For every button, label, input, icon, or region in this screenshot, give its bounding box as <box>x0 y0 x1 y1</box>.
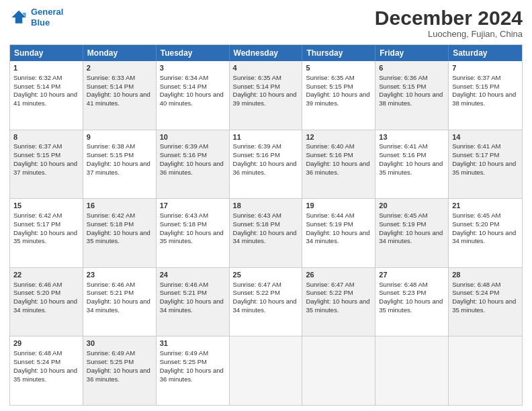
sunset-text: Sunset: 5:15 PM <box>87 151 134 158</box>
logo-icon <box>9 8 28 27</box>
sunset-text: Sunset: 5:25 PM <box>160 358 207 365</box>
calendar-cell: 23Sunrise: 6:46 AMSunset: 5:21 PMDayligh… <box>83 268 157 336</box>
day-number: 13 <box>379 132 445 142</box>
logo-line2: Blue <box>31 17 50 28</box>
daylight-text: Daylight: 10 hours and 35 minutes. <box>87 229 150 245</box>
day-number: 22 <box>13 270 79 280</box>
sunset-text: Sunset: 5:15 PM <box>379 83 426 90</box>
daylight-text: Daylight: 10 hours and 35 minutes. <box>13 367 77 383</box>
sunrise-text: Sunrise: 6:39 AM <box>160 142 208 150</box>
sunrise-text: Sunrise: 6:43 AM <box>160 212 208 219</box>
sunset-text: Sunset: 5:18 PM <box>160 220 207 228</box>
sunset-text: Sunset: 5:20 PM <box>452 220 499 228</box>
sunrise-text: Sunrise: 6:37 AM <box>13 142 62 150</box>
sunset-text: Sunset: 5:22 PM <box>306 289 353 296</box>
sunset-text: Sunset: 5:19 PM <box>379 220 426 228</box>
sunrise-text: Sunrise: 6:38 AM <box>87 142 135 150</box>
sunset-text: Sunset: 5:16 PM <box>233 151 280 158</box>
day-number: 23 <box>87 270 152 280</box>
day-number: 3 <box>160 63 226 73</box>
daylight-text: Daylight: 10 hours and 39 minutes. <box>233 91 297 107</box>
sunrise-text: Sunrise: 6:45 AM <box>452 212 500 219</box>
header-day-friday: Friday <box>375 45 449 61</box>
day-number: 12 <box>306 132 371 142</box>
sunset-text: Sunset: 5:22 PM <box>233 289 280 296</box>
sunset-text: Sunset: 5:14 PM <box>233 83 280 90</box>
sunrise-text: Sunrise: 6:35 AM <box>233 74 281 81</box>
sunset-text: Sunset: 5:20 PM <box>13 289 60 296</box>
calendar-cell: 24Sunrise: 6:46 AMSunset: 5:21 PMDayligh… <box>157 268 230 336</box>
day-number: 8 <box>13 132 79 142</box>
sunrise-text: Sunrise: 6:46 AM <box>13 281 62 288</box>
logo-text: General Blue <box>31 7 63 28</box>
calendar-cell: 16Sunrise: 6:42 AMSunset: 5:18 PMDayligh… <box>83 199 157 267</box>
title-block: December 2024 Luocheng, Fujian, China <box>375 7 523 39</box>
calendar-cell: 29Sunrise: 6:48 AMSunset: 5:24 PMDayligh… <box>10 336 83 405</box>
calendar-cell <box>375 336 449 405</box>
calendar-cell: 28Sunrise: 6:48 AMSunset: 5:24 PMDayligh… <box>449 268 522 336</box>
sunrise-text: Sunrise: 6:45 AM <box>379 212 427 219</box>
daylight-text: Daylight: 10 hours and 34 minutes. <box>160 298 224 314</box>
day-number: 16 <box>87 201 152 211</box>
sunset-text: Sunset: 5:19 PM <box>306 220 353 228</box>
sunset-text: Sunset: 5:18 PM <box>233 220 280 228</box>
sunset-text: Sunset: 5:16 PM <box>379 151 426 158</box>
sunrise-text: Sunrise: 6:41 AM <box>379 142 427 150</box>
calendar-cell: 10Sunrise: 6:39 AMSunset: 5:16 PMDayligh… <box>157 130 230 199</box>
daylight-text: Daylight: 10 hours and 34 minutes. <box>233 298 297 314</box>
header: General Blue December 2024 Luocheng, Fuj… <box>9 7 523 39</box>
day-number: 21 <box>452 201 519 211</box>
sunrise-text: Sunrise: 6:46 AM <box>160 281 208 288</box>
sunrise-text: Sunrise: 6:47 AM <box>306 281 354 288</box>
daylight-text: Daylight: 10 hours and 34 minutes. <box>452 229 516 245</box>
daylight-text: Daylight: 10 hours and 35 minutes. <box>306 298 369 314</box>
calendar-week-5: 29Sunrise: 6:48 AMSunset: 5:24 PMDayligh… <box>10 336 522 405</box>
day-number: 30 <box>87 338 152 349</box>
calendar-cell: 4Sunrise: 6:35 AMSunset: 5:14 PMDaylight… <box>230 61 303 130</box>
calendar-week-1: 1Sunrise: 6:32 AMSunset: 5:14 PMDaylight… <box>10 61 522 130</box>
calendar-cell: 27Sunrise: 6:48 AMSunset: 5:23 PMDayligh… <box>375 268 449 336</box>
daylight-text: Daylight: 10 hours and 40 minutes. <box>160 91 224 107</box>
sunrise-text: Sunrise: 6:49 AM <box>87 349 135 357</box>
header-day-monday: Monday <box>83 45 157 61</box>
sunrise-text: Sunrise: 6:37 AM <box>452 74 500 81</box>
daylight-text: Daylight: 10 hours and 35 minutes. <box>452 298 516 314</box>
daylight-text: Daylight: 10 hours and 34 minutes. <box>13 298 77 314</box>
calendar-cell: 20Sunrise: 6:45 AMSunset: 5:19 PMDayligh… <box>375 199 449 267</box>
sunset-text: Sunset: 5:23 PM <box>379 289 426 296</box>
sunset-text: Sunset: 5:21 PM <box>87 289 134 296</box>
day-number: 26 <box>306 270 371 280</box>
day-number: 27 <box>379 270 445 280</box>
sunrise-text: Sunrise: 6:34 AM <box>160 74 208 81</box>
sunset-text: Sunset: 5:25 PM <box>87 358 134 365</box>
sunrise-text: Sunrise: 6:35 AM <box>306 74 354 81</box>
calendar-cell: 12Sunrise: 6:40 AMSunset: 5:16 PMDayligh… <box>302 130 375 199</box>
day-number: 9 <box>87 132 152 142</box>
day-number: 5 <box>306 63 371 73</box>
daylight-text: Daylight: 10 hours and 35 minutes. <box>379 298 443 314</box>
sunset-text: Sunset: 5:17 PM <box>13 220 60 228</box>
day-number: 15 <box>13 201 79 211</box>
sunset-text: Sunset: 5:16 PM <box>306 151 353 158</box>
day-number: 24 <box>160 270 226 280</box>
calendar-cell: 5Sunrise: 6:35 AMSunset: 5:15 PMDaylight… <box>302 61 375 130</box>
calendar-cell: 18Sunrise: 6:43 AMSunset: 5:18 PMDayligh… <box>230 199 303 267</box>
daylight-text: Daylight: 10 hours and 34 minutes. <box>379 229 443 245</box>
daylight-text: Daylight: 10 hours and 34 minutes. <box>233 229 297 245</box>
calendar-cell <box>302 336 375 405</box>
sunrise-text: Sunrise: 6:33 AM <box>87 74 135 81</box>
logo-line1: General <box>31 7 63 17</box>
day-number: 25 <box>233 270 299 280</box>
calendar-cell: 13Sunrise: 6:41 AMSunset: 5:16 PMDayligh… <box>375 130 449 199</box>
sunset-text: Sunset: 5:15 PM <box>306 83 353 90</box>
sunset-text: Sunset: 5:15 PM <box>13 151 60 158</box>
calendar-cell: 9Sunrise: 6:38 AMSunset: 5:15 PMDaylight… <box>83 130 157 199</box>
daylight-text: Daylight: 10 hours and 36 minutes. <box>306 160 369 176</box>
calendar-cell: 17Sunrise: 6:43 AMSunset: 5:18 PMDayligh… <box>157 199 230 267</box>
day-number: 28 <box>452 270 519 280</box>
daylight-text: Daylight: 10 hours and 38 minutes. <box>452 91 516 107</box>
sunrise-text: Sunrise: 6:48 AM <box>379 281 427 288</box>
sunset-text: Sunset: 5:24 PM <box>452 289 499 296</box>
calendar-cell: 22Sunrise: 6:46 AMSunset: 5:20 PMDayligh… <box>10 268 83 336</box>
daylight-text: Daylight: 10 hours and 36 minutes. <box>233 160 297 176</box>
